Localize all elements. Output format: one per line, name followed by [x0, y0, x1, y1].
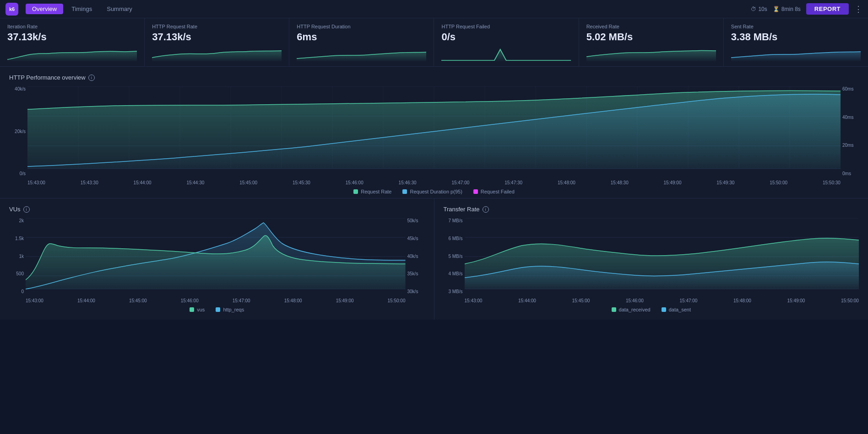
sparkline-4	[586, 45, 716, 61]
legend-request-duration: Request Duration p(95)	[402, 189, 462, 194]
tab-overview[interactable]: Overview	[26, 4, 63, 14]
http-x-axis: 15:43:00 15:43:30 15:44:00 15:44:30 15:4…	[27, 180, 841, 185]
metric-label-4: Received Rate	[586, 24, 716, 29]
metric-card-iteration-rate: Iteration Rate 37.13k/s	[0, 18, 144, 66]
metric-value-3: 0/s	[441, 31, 571, 43]
logo: k6	[5, 3, 18, 16]
legend-dot-data-sent	[662, 307, 666, 312]
metric-label-0: Iteration Rate	[7, 24, 137, 29]
metric-value-0: 37.13k/s	[7, 31, 137, 43]
http-y-axis-left: 40k/s 20k/s 0/s	[9, 86, 26, 185]
metric-label-1: HTTP Request Rate	[152, 24, 282, 29]
legend-dot-http-reqs	[216, 307, 220, 312]
legend-request-failed: Request Failed	[473, 189, 515, 194]
http-overview-svg	[27, 86, 841, 178]
bottom-panels: VUs i 2k 1.5k 1k 500 0	[0, 198, 868, 320]
metric-value-5: 3.38 MB/s	[731, 31, 861, 43]
vus-legend: vus http_reqs	[9, 307, 425, 312]
sparkline-0	[7, 45, 137, 61]
vus-panel: VUs i 2k 1.5k 1k 500 0	[0, 198, 434, 320]
legend-dot-request-duration	[402, 189, 407, 194]
metric-value-1: 37.13k/s	[152, 31, 282, 43]
metric-label-3: HTTP Request Failed	[441, 24, 571, 29]
tab-timings[interactable]: Timings	[65, 4, 98, 14]
legend-data-received: data_received	[612, 307, 651, 312]
metric-cards: Iteration Rate 37.13k/s HTTP Request Rat…	[0, 18, 868, 67]
legend-request-rate: Request Rate	[353, 189, 391, 194]
legend-dot-data-received	[612, 307, 616, 312]
header-meta: ⏱ 10s ⏳ 8min 8s	[751, 6, 800, 12]
transfer-x-axis: 15:43:00 15:44:00 15:45:00 15:46:00 15:4…	[465, 298, 859, 303]
metric-label-5: Sent Rate	[731, 24, 861, 29]
legend-dot-request-failed	[473, 189, 478, 194]
vus-chart: 15:43:00 15:44:00 15:45:00 15:46:00 15:4…	[26, 218, 406, 303]
vus-svg	[26, 218, 406, 296]
http-overview-chart-wrapper: 40k/s 20k/s 0/s	[9, 86, 859, 185]
metric-label-2: HTTP Request Duration	[297, 24, 426, 29]
metric-card-sent-rate: Sent Rate 3.38 MB/s	[724, 18, 868, 66]
legend-dot-vus	[190, 307, 194, 312]
vus-info-icon[interactable]: i	[23, 206, 30, 213]
vus-x-axis: 15:43:00 15:44:00 15:45:00 15:46:00 15:4…	[26, 298, 406, 303]
interval-display: ⏱ 10s	[751, 6, 767, 12]
legend-vus: vus	[190, 307, 205, 312]
header: k6 Overview Timings Summary ⏱ 10s ⏳ 8min…	[0, 0, 868, 18]
metric-card-http-request-failed: HTTP Request Failed 0/s	[434, 18, 578, 66]
transfer-chart-wrapper: 7 MB/s 6 MB/s 5 MB/s 4 MB/s 3 MB/s	[444, 218, 859, 303]
sparkline-1	[152, 45, 282, 61]
report-button[interactable]: REPORT	[806, 3, 849, 15]
legend-http-reqs: http_reqs	[216, 307, 244, 312]
metric-value-2: 6ms	[297, 31, 426, 43]
sparkline-2	[297, 45, 426, 61]
nav-tabs: Overview Timings Summary	[26, 4, 139, 14]
sparkline-5	[731, 45, 861, 61]
transfer-svg	[465, 218, 859, 296]
metric-card-http-request-duration: HTTP Request Duration 6ms	[289, 18, 434, 66]
tab-summary[interactable]: Summary	[100, 4, 139, 14]
transfer-chart: 15:43:00 15:44:00 15:45:00 15:46:00 15:4…	[465, 218, 859, 303]
more-menu-icon[interactable]: ⋮	[854, 4, 863, 14]
transfer-rate-title: Transfer Rate i	[444, 206, 859, 213]
metric-value-4: 5.02 MB/s	[586, 31, 716, 43]
clock-icon: ⏱	[751, 6, 756, 12]
http-y-axis-right: 60ms 40ms 20ms 0ms	[842, 86, 859, 185]
legend-dot-request-rate	[353, 189, 358, 194]
http-overview-chart: 15:43:00 15:43:30 15:44:00 15:44:30 15:4…	[27, 86, 841, 185]
metric-card-http-request-rate: HTTP Request Rate 37.13k/s	[145, 18, 289, 66]
vus-chart-wrapper: 2k 1.5k 1k 500 0	[9, 218, 425, 303]
transfer-legend: data_received data_sent	[444, 307, 859, 312]
http-legend: Request Rate Request Duration p(95) Requ…	[9, 189, 859, 194]
sparkline-3	[441, 45, 571, 61]
metric-card-received-rate: Received Rate 5.02 MB/s	[579, 18, 723, 66]
http-overview-title: HTTP Performance overview i	[9, 74, 859, 81]
http-overview-info-icon[interactable]: i	[88, 75, 95, 81]
vus-y-axis-left: 2k 1.5k 1k 500 0	[9, 218, 24, 303]
timer-icon: ⏳	[773, 6, 780, 12]
legend-data-sent: data_sent	[662, 307, 691, 312]
duration-display: ⏳ 8min 8s	[773, 6, 801, 12]
vus-title: VUs i	[9, 206, 425, 213]
header-right: ⏱ 10s ⏳ 8min 8s REPORT ⋮	[751, 3, 863, 15]
transfer-rate-panel: Transfer Rate i 7 MB/s 6 MB/s 5 MB/s 4 M…	[434, 198, 868, 320]
vus-y-axis-right: 50k/s 45k/s 40k/s 35k/s 30k/s	[407, 218, 425, 303]
transfer-y-axis-left: 7 MB/s 6 MB/s 5 MB/s 4 MB/s 3 MB/s	[444, 218, 463, 303]
transfer-info-icon[interactable]: i	[483, 206, 489, 213]
http-overview-panel: HTTP Performance overview i 40k/s 20k/s …	[0, 67, 868, 198]
